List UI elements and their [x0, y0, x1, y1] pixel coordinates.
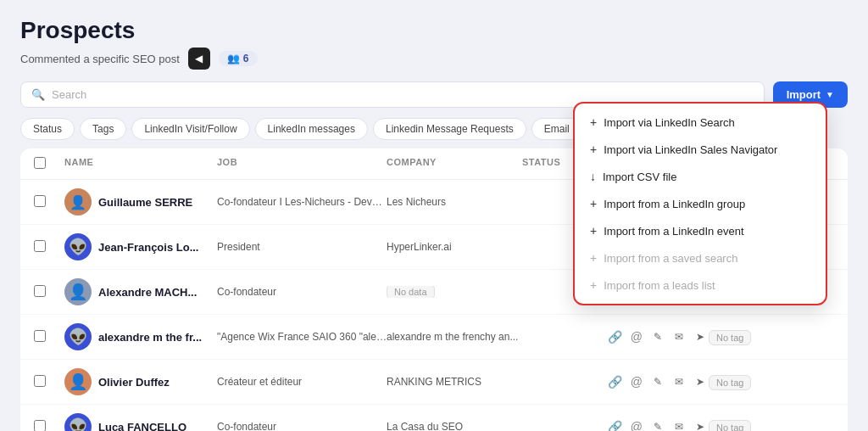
import-linkedin-search-label: Import via LinkedIn Search [604, 116, 735, 129]
import-csv[interactable]: ↓ Import CSV file [575, 163, 826, 190]
import-leads-list[interactable]: + Import from a leads list [575, 271, 826, 299]
col-name: NAME [64, 157, 217, 171]
plus-icon: + [590, 115, 597, 129]
table-row: 👽 alexandre m the fr... "Agence Wix Fran… [20, 315, 848, 360]
import-linkedin-event-label: Import from a LinkedIn event [604, 225, 743, 238]
table-row: 👽 Luca FANCELLO Co-fondateur La Casa du … [20, 405, 848, 431]
job-text: Co-fondateur [217, 421, 387, 431]
import-linkedin-group[interactable]: + Import from a LinkedIn group [575, 190, 826, 217]
tab-linkedin-message-requests[interactable]: Linkedin Message Requests [373, 118, 526, 140]
edit-icon[interactable]: ✎ [649, 417, 665, 431]
send-icon[interactable]: ➤ [693, 417, 709, 431]
row-checkbox[interactable] [34, 285, 64, 299]
col-company: COMPANY [387, 157, 522, 171]
row-checkbox[interactable] [34, 330, 64, 344]
import-saved-search[interactable]: + Import from a saved search [575, 244, 826, 271]
job-text: "Agence Wix France SAIO 360 "alexandre .… [217, 331, 387, 343]
plus-icon: + [590, 143, 597, 156]
plus-icon: + [590, 278, 597, 292]
plus-icon: + [590, 251, 597, 265]
import-linkedin-search[interactable]: + Import via LinkedIn Search [575, 109, 826, 136]
tags-cell: No tag [709, 421, 776, 432]
search-placeholder: Search [52, 88, 86, 101]
email-icon[interactable]: ✉ [671, 417, 687, 431]
chevron-down-icon: ▼ [826, 90, 834, 99]
badge-icon: 👥 [227, 53, 240, 64]
person-cell: 👤 Olivier Duffez [64, 368, 217, 395]
action-icons: 🔗 @ ✎ ✉ ➤ [607, 372, 709, 392]
job-text: President [217, 241, 387, 253]
tab-linkedin-visit[interactable]: LinkedIn Visit/Follow [131, 118, 249, 140]
import-leads-list-label: Import from a leads list [604, 279, 715, 292]
search-icon: 🔍 [31, 88, 45, 101]
person-cell: 👽 Luca FANCELLO [64, 413, 217, 431]
action-icons: 🔗 @ ✎ ✉ ➤ [607, 327, 709, 347]
link-icon[interactable]: 🔗 [607, 327, 623, 347]
import-linkedin-group-label: Import from a LinkedIn group [604, 198, 745, 210]
back-button[interactable]: ◀ [188, 48, 210, 70]
no-tag-badge: No tag [709, 420, 751, 432]
company-text: alexandre m the frenchy an... [387, 331, 522, 343]
subtitle-row: Commented a specific SEO post ◀ 👥 6 [20, 48, 848, 70]
row-checkbox[interactable] [34, 195, 64, 210]
avatar: 👽 [64, 233, 92, 260]
plus-icon: + [590, 224, 597, 238]
no-tag-badge: No tag [709, 330, 751, 345]
job-text: Co-fondateur [217, 286, 387, 298]
email-icon[interactable]: ✉ [671, 327, 687, 347]
at-icon[interactable]: @ [628, 417, 644, 431]
avatar: 👤 [64, 368, 92, 395]
col-checkbox [34, 157, 64, 171]
company-text: No data [387, 286, 522, 298]
select-all-checkbox[interactable] [34, 157, 46, 169]
person-cell: 👽 alexandre m the fr... [64, 323, 217, 350]
count-badge: 👥 6 [219, 51, 258, 66]
avatar: 👽 [64, 413, 92, 431]
col-job: JOB [217, 157, 387, 171]
avatar: 👤 [64, 278, 92, 305]
at-icon[interactable]: @ [628, 327, 644, 347]
tab-tags[interactable]: Tags [80, 118, 126, 140]
company-text: La Casa du SEO [387, 421, 522, 431]
person-cell: 👤 Guillaume SERRE [64, 188, 217, 216]
tab-linkedin-messages[interactable]: LinkedIn messages [255, 118, 368, 140]
person-name: Luca FANCELLO [98, 421, 186, 432]
tab-status[interactable]: Status [20, 118, 75, 140]
person-name: alexandre m the fr... [98, 331, 202, 344]
row-checkbox[interactable] [34, 240, 64, 255]
person-cell: 👤 Alexandre MACH... [64, 278, 217, 305]
link-icon[interactable]: 🔗 [607, 417, 623, 431]
tags-cell: No tag [709, 331, 776, 344]
import-saved-search-label: Import from a saved search [604, 252, 737, 265]
row-checkbox[interactable] [34, 420, 64, 432]
person-name: Jean-François Lo... [98, 241, 198, 254]
subtitle-text: Commented a specific SEO post [20, 53, 180, 65]
avatar: 👽 [64, 323, 92, 350]
send-icon[interactable]: ➤ [693, 372, 709, 392]
send-icon[interactable]: ➤ [693, 327, 709, 347]
table-row: 👤 Olivier Duffez Créateur et éditeur RAN… [20, 360, 848, 405]
person-name: Guillaume SERRE [98, 196, 192, 209]
action-icons: 🔗 @ ✎ ✉ ➤ [607, 417, 709, 431]
tags-cell: No tag [709, 376, 776, 389]
import-dropdown: + Import via LinkedIn Search + Import vi… [573, 102, 827, 305]
import-csv-label: Import CSV file [603, 171, 676, 183]
email-icon[interactable]: ✉ [671, 372, 687, 392]
page-title: Prospects [20, 17, 848, 44]
edit-icon[interactable]: ✎ [649, 372, 665, 392]
plus-icon: + [590, 197, 597, 210]
edit-icon[interactable]: ✎ [649, 327, 665, 347]
badge-count: 6 [243, 53, 249, 64]
avatar: 👤 [64, 188, 92, 216]
person-cell: 👽 Jean-François Lo... [64, 233, 217, 260]
at-icon[interactable]: @ [628, 372, 644, 392]
company-text: Les Nicheurs [387, 196, 522, 208]
import-linkedin-sales-navigator-label: Import via LinkedIn Sales Navigator [604, 143, 777, 156]
import-linkedin-event[interactable]: + Import from a LinkedIn event [575, 217, 826, 244]
link-icon[interactable]: 🔗 [607, 372, 623, 392]
page-wrapper: Prospects Commented a specific SEO post … [20, 17, 848, 431]
import-linkedin-sales-navigator[interactable]: + Import via LinkedIn Sales Navigator [575, 136, 826, 163]
job-text: Co-fondateur I Les-Nicheurs - Devenez la… [217, 196, 387, 208]
row-checkbox[interactable] [34, 375, 64, 389]
no-data-badge: No data [387, 286, 435, 298]
